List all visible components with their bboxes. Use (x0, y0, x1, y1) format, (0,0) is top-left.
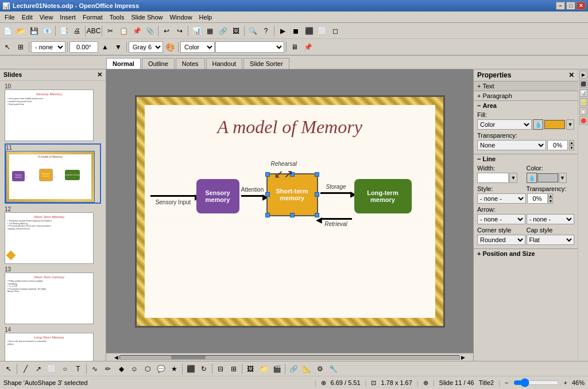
props-icon-6[interactable]: 🔴 (579, 116, 587, 125)
tb-undo[interactable]: ↩ (160, 25, 173, 37)
select-none[interactable]: - none - (31, 41, 65, 53)
fill-select[interactable]: Color (477, 119, 532, 130)
tb-angle-up[interactable]: ▲ (99, 41, 111, 53)
draw-more3[interactable]: ⚙ (314, 363, 326, 375)
draw-align[interactable]: ⊟ (214, 363, 227, 375)
slide-thumbnail-13[interactable]: 13 Short-Term memory • Philby problem (s… (5, 266, 101, 324)
arrow-right-select[interactable]: - none - (527, 214, 575, 224)
props-icon-4[interactable]: ⭐ (579, 98, 587, 106)
menu-format[interactable]: Format (79, 13, 106, 22)
tb-zoom[interactable]: 🔍 (246, 25, 259, 37)
menu-window[interactable]: Window (166, 13, 195, 22)
line-color-eyedropper[interactable]: 💧 (527, 173, 537, 183)
tb-extra5[interactable]: ◻ (329, 25, 342, 37)
tb-extra1[interactable]: ▶ (276, 25, 289, 37)
tb-table[interactable]: ▦ (203, 25, 216, 37)
tb-paste-special[interactable]: 📎 (144, 25, 156, 37)
menu-insert[interactable]: Insert (56, 13, 79, 22)
tb-export-pdf[interactable]: 📑 (57, 25, 70, 37)
arrow-left-select[interactable]: - none - (477, 214, 525, 224)
slide-thumbnail-11[interactable]: 11 A model of Memory Sensory memory Shor… (5, 143, 101, 204)
draw-insert-image[interactable]: 🖼 (244, 363, 257, 375)
fill-color-dropdown[interactable]: ▼ (566, 119, 574, 130)
draw-stars[interactable]: ★ (168, 363, 180, 375)
props-position-header[interactable]: +Position and Size (474, 249, 578, 258)
cap-select[interactable]: Flat (527, 235, 575, 245)
zoom-out-icon[interactable]: − (505, 379, 508, 386)
draw-select[interactable]: ↖ (2, 363, 15, 375)
tb-spellcheck[interactable]: ABC (87, 25, 100, 37)
tb-color-pick[interactable]: 🎨 (164, 41, 176, 53)
zoom-slider[interactable] (513, 379, 559, 386)
scroll-left-arrow[interactable]: ◀ (114, 355, 118, 360)
select-gray[interactable]: Gray 6 (129, 41, 163, 53)
tb-save[interactable]: 💾 (28, 25, 40, 37)
transparency-up[interactable]: ▲ (569, 140, 574, 145)
fill-color-box[interactable] (544, 120, 565, 129)
menu-help[interactable]: Help (196, 13, 216, 22)
line-transparency-input[interactable] (527, 193, 548, 204)
line-width-dropdown[interactable]: ▼ (509, 173, 517, 183)
tb-open[interactable]: 📂 (14, 25, 27, 37)
line-width-input[interactable] (477, 173, 509, 183)
zoom-in-icon[interactable]: + (564, 379, 567, 386)
tb-pin[interactable]: 📌 (301, 41, 314, 53)
maximize-button[interactable]: □ (566, 2, 575, 10)
tb-email[interactable]: 📧 (41, 25, 53, 37)
scroll-right-arrow[interactable]: ▶ (461, 355, 465, 360)
props-text-header[interactable]: +Text (474, 81, 578, 91)
menu-view[interactable]: View (36, 13, 57, 22)
tab-outline[interactable]: Outline (142, 58, 175, 69)
draw-arrange[interactable]: ⊞ (227, 363, 240, 375)
tb-gallery[interactable]: 🖼 (230, 25, 242, 37)
tab-normal[interactable]: Normal (106, 58, 141, 69)
minimize-button[interactable]: − (556, 2, 565, 10)
transparency-down[interactable]: ▼ (569, 145, 574, 150)
slide-thumbnail-12[interactable]: 12 Short-Term Memory • Temporary storage… (5, 206, 101, 264)
draw-arrow[interactable]: ↗ (32, 363, 45, 375)
draw-more2[interactable]: 📐 (300, 363, 313, 375)
slide-thumbnail-14[interactable]: 14 Long-Term Memory • Stores info that w… (5, 326, 101, 361)
draw-from-file[interactable]: 📁 (257, 363, 270, 375)
props-icon-5[interactable]: 📋 (579, 107, 587, 115)
props-icon-1[interactable]: ▶ (579, 71, 587, 79)
fill-eyedropper[interactable]: 💧 (533, 119, 543, 130)
slides-panel-close[interactable]: ✕ (97, 71, 102, 79)
tb-redo[interactable]: ↪ (173, 25, 186, 37)
props-close[interactable]: ✕ (568, 71, 574, 79)
close-button[interactable]: ✕ (577, 2, 586, 10)
tb-extra3[interactable]: ⬛ (303, 25, 315, 37)
props-icon-3[interactable]: 📊 (579, 89, 587, 97)
menu-tools[interactable]: Tools (106, 13, 128, 22)
transparency-select[interactable]: None (477, 140, 546, 150)
props-icon-2[interactable]: ⬛ (579, 80, 587, 88)
draw-insert-movie[interactable]: 🎬 (270, 363, 283, 375)
corner-select[interactable]: Rounded (477, 235, 525, 245)
tb-select[interactable]: ↖ (1, 41, 14, 53)
select-color-detail[interactable] (215, 41, 284, 53)
props-line-header[interactable]: −Line (474, 154, 578, 164)
draw-shapes[interactable]: ◆ (115, 363, 127, 375)
draw-line[interactable]: ╱ (19, 363, 32, 375)
draw-rotate[interactable]: ↻ (198, 363, 210, 375)
tb-monitor[interactable]: 🖥 (288, 41, 301, 53)
tb-print[interactable]: 🖨 (71, 25, 83, 37)
tb-help2[interactable]: ? (260, 25, 272, 37)
tab-handout[interactable]: Handout (206, 58, 243, 69)
tb-edit-points[interactable]: ⊞ (14, 41, 27, 53)
tb-paste[interactable]: 📌 (130, 25, 143, 37)
angle-input[interactable] (69, 41, 98, 53)
line-transparency-down[interactable]: ▼ (548, 199, 554, 204)
tb-extra2[interactable]: ◼ (289, 25, 302, 37)
line-color-dropdown[interactable]: ▼ (559, 173, 567, 183)
tab-slide-sorter[interactable]: Slide Sorter (243, 58, 289, 69)
h-scrollbar[interactable]: ◀ ▶ (106, 353, 473, 361)
tab-notes[interactable]: Notes (176, 58, 205, 69)
tb-copy[interactable]: 📋 (117, 25, 130, 37)
draw-curve[interactable]: ∿ (88, 363, 101, 375)
menu-edit[interactable]: Edit (18, 13, 36, 22)
slide-thumbnail-10[interactable]: 10 Sensory Memory • term goes here brief… (5, 83, 101, 141)
draw-text[interactable]: T (72, 363, 84, 375)
draw-ellipse[interactable]: ○ (59, 363, 71, 375)
tb-chart[interactable]: 📊 (190, 25, 203, 37)
